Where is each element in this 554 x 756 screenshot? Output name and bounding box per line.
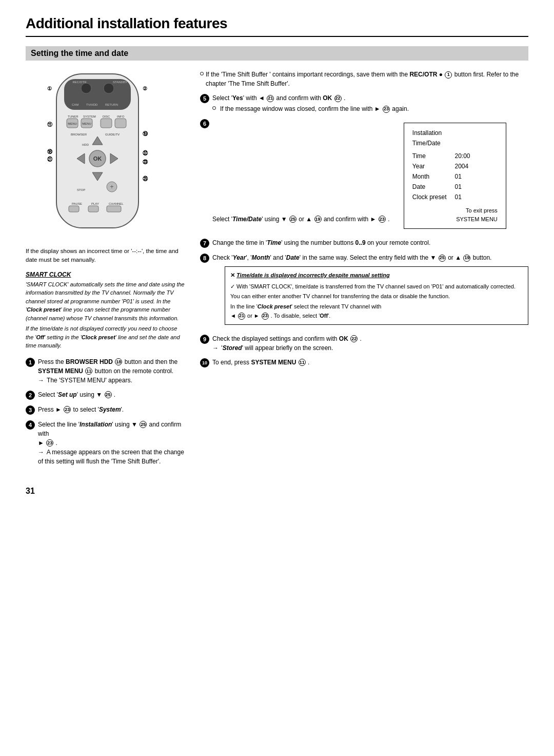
svg-text:㉕: ㉕ — [143, 176, 148, 182]
steps-left: 1 Press the BROWSER HDD 18 button and th… — [26, 357, 185, 466]
svg-text:TV/HDD: TV/HDD — [86, 103, 98, 106]
page-title: Additional installation features — [26, 15, 528, 32]
step-3: 3 Press ► 23 to select 'System'. — [26, 405, 185, 415]
svg-rect-45 — [107, 206, 121, 212]
note-title: ✕ Time/date is displayed incorrectly des… — [230, 271, 523, 280]
install-title2: Time/Date — [412, 139, 498, 148]
svg-text:㉒: ㉒ — [143, 150, 148, 156]
svg-text:㉓: ㉓ — [143, 159, 148, 165]
step-content-6: Select 'Time/Date' using ▼ 25 or ▲ 19 an… — [212, 119, 528, 233]
step-9: 9 Check the displayed settings and confi… — [200, 334, 528, 353]
svg-text:⑲: ⑲ — [143, 131, 148, 137]
step-5: 5 Select 'Yes' with ◄ 21 and confirm wit… — [200, 93, 528, 113]
step-num-10: 10 — [200, 358, 209, 367]
svg-text:PLAY: PLAY — [91, 202, 99, 205]
left-column: REC/OTR STANDBY ① ② CAM TV/HDD RETURN TU… — [26, 69, 185, 471]
note-item-1: ✓ With 'SMART CLOCK', time/date is trans… — [230, 282, 523, 291]
step-content-4: Select the line 'Installation' using ▼ 2… — [38, 420, 185, 466]
svg-point-2 — [81, 83, 91, 93]
install-title1: Installation — [412, 128, 498, 138]
install-row-clock-value: 01 — [455, 192, 479, 202]
svg-text:MENU: MENU — [68, 122, 77, 125]
step-10: 10 To end, press SYSTEM MENU 11 . — [200, 358, 528, 367]
step-num-5: 5 — [200, 94, 209, 103]
step-num-8: 8 — [200, 254, 209, 263]
install-row-time-value: 20:00 — [455, 151, 479, 161]
step-8: 8 Check 'Year', 'Month' and 'Date' in th… — [200, 253, 528, 329]
main-content: REC/OTR STANDBY ① ② CAM TV/HDD RETURN TU… — [26, 69, 528, 471]
smart-clock-section: SMART CLOCK 'SMART CLOCK' automatically … — [26, 271, 185, 350]
svg-text:OK: OK — [93, 156, 102, 162]
svg-text:①: ① — [47, 86, 52, 91]
step-num-1: 1 — [26, 358, 35, 367]
step-content-1: Press the BROWSER HDD 18 button and then… — [38, 357, 185, 385]
step-5-sub: If the message window was closed, confir… — [212, 104, 528, 113]
install-row-month-value: 01 — [455, 171, 479, 182]
install-row-date-label: Date — [412, 182, 455, 192]
svg-text:+: + — [110, 183, 113, 190]
svg-text:REC/OTR: REC/OTR — [73, 81, 87, 84]
right-column: If the 'Time Shift Buffer ' contains imp… — [200, 69, 528, 471]
svg-text:PAUSE: PAUSE — [72, 202, 82, 205]
step-content-7: Change the time in 'Time' using the numb… — [212, 238, 528, 247]
svg-rect-43 — [69, 206, 79, 212]
step-num-4: 4 — [26, 420, 35, 430]
svg-rect-44 — [88, 206, 98, 212]
step-num-2: 2 — [26, 391, 35, 400]
step-7: 7 Change the time in 'Time' using the nu… — [200, 238, 528, 248]
svg-text:INFO: INFO — [117, 115, 125, 118]
svg-text:SYSTEM: SYSTEM — [83, 115, 96, 118]
svg-text:⑱: ⑱ — [47, 149, 53, 154]
svg-rect-18 — [115, 119, 126, 128]
step-content-9: Check the displayed settings and confirm… — [212, 334, 528, 353]
step-content-3: Press ► 23 to select 'System'. — [38, 405, 185, 414]
note-item-2: You can either enter another TV channel … — [230, 292, 523, 301]
note-item-3: In the line 'Clock preset' select the re… — [230, 302, 523, 311]
install-table: Time20:00 Year2004 Month01 Date01 Clock … — [412, 151, 479, 202]
step-num-9: 9 — [200, 335, 209, 344]
svg-point-4 — [104, 83, 114, 93]
svg-text:⑪: ⑪ — [47, 122, 53, 127]
step-2: 2 Select 'Set up' using ▼ 25 . — [26, 390, 185, 400]
svg-text:㉑: ㉑ — [47, 156, 53, 162]
smart-clock-para-1: 'SMART CLOCK' automatically sets the tim… — [26, 280, 185, 323]
svg-text:MENU: MENU — [82, 122, 91, 125]
step-num-6: 6 — [200, 119, 209, 128]
page-number: 31 — [26, 487, 528, 496]
svg-text:STOP: STOP — [77, 188, 85, 191]
pre-step-note-text: If the 'Time Shift Buffer ' contains imp… — [206, 70, 528, 88]
install-row-clock-label: Clock preset — [412, 192, 455, 202]
install-row-year-value: 2004 — [455, 161, 479, 171]
smart-clock-title: SMART CLOCK — [26, 271, 185, 278]
svg-text:HDD: HDD — [82, 143, 89, 146]
svg-text:RETURN: RETURN — [105, 103, 118, 106]
svg-rect-17 — [101, 119, 112, 128]
install-row-year-label: Year — [412, 161, 455, 171]
install-box: Installation Time/Date Time20:00 Year200… — [404, 123, 506, 229]
step-4: 4 Select the line 'Installation' using ▼… — [26, 420, 185, 466]
step-num-7: 7 — [200, 239, 209, 248]
step-content-10: To end, press SYSTEM MENU 11 . — [212, 358, 528, 367]
title-divider — [26, 36, 528, 37]
svg-text:DISC: DISC — [103, 115, 110, 118]
step-1: 1 Press the BROWSER HDD 18 button and th… — [26, 357, 185, 385]
note-item-4: ◄ 21 or ► 23 . To disable, select 'Off'. — [230, 312, 523, 320]
install-row-time-label: Time — [412, 151, 455, 161]
install-exit-note: To exit pressSYSTEM MENU — [412, 206, 498, 223]
svg-text:CHANNEL: CHANNEL — [109, 202, 124, 205]
svg-text:②: ② — [143, 86, 147, 91]
svg-text:GUIDE/TV: GUIDE/TV — [105, 133, 120, 136]
pre-step-note: If the 'Time Shift Buffer ' contains imp… — [200, 70, 528, 88]
step-num-3: 3 — [26, 405, 35, 415]
install-row-date-value: 01 — [455, 182, 479, 192]
remote-image: REC/OTR STANDBY ① ② CAM TV/HDD RETURN TU… — [26, 69, 169, 240]
svg-text:STANDBY: STANDBY — [113, 81, 127, 84]
section-header: Setting the time and date — [26, 46, 528, 61]
step-content-2: Select 'Set up' using ▼ 25 . — [38, 390, 185, 399]
smart-clock-para-2: If the time/date is not displayed correc… — [26, 324, 185, 350]
svg-text:BROWSER: BROWSER — [71, 133, 87, 136]
svg-text:CAM: CAM — [72, 103, 78, 106]
step-content-5: Select 'Yes' with ◄ 21 and confirm with … — [212, 93, 528, 113]
install-row-month-label: Month — [412, 171, 455, 182]
step-content-8: Check 'Year', 'Month' and 'Date' in the … — [212, 253, 528, 329]
